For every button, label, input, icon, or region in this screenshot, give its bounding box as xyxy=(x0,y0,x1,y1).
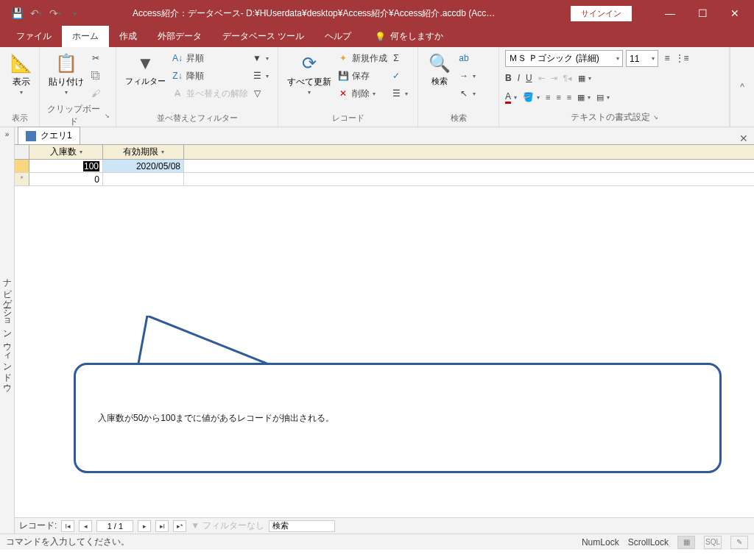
save-icon[interactable]: 💾 xyxy=(9,5,25,21)
refresh-all-button[interactable]: ⟳ すべて更新▾ xyxy=(284,50,334,99)
spell-icon: ✓ xyxy=(390,70,402,82)
navigation-pane[interactable]: » ナビゲーション ウィンドウ xyxy=(0,127,15,534)
italic-button[interactable]: I xyxy=(518,70,520,86)
close-button[interactable]: ✕ xyxy=(719,0,751,26)
rtl-button[interactable]: ¶◂ xyxy=(563,70,572,86)
goto-button[interactable]: →▾ xyxy=(458,68,476,84)
align-box-button[interactable]: ▦▾ xyxy=(578,70,591,86)
tell-me[interactable]: 💡何をしますか xyxy=(367,26,451,47)
sigma-icon: Σ xyxy=(390,52,402,64)
cut-button[interactable]: ✂ xyxy=(90,50,102,66)
dialog-launcher-icon[interactable]: ↘ xyxy=(653,114,658,121)
numbering-button[interactable]: ⋮≡ xyxy=(676,50,688,66)
totals-button[interactable]: Σ xyxy=(390,50,408,66)
ribbon: 📐 表示▾ 表示 📋 貼り付け▾ ✂ ⿻ 🖌 クリップボード ↘ ▼ フィルター xyxy=(0,47,754,127)
record-position-input[interactable] xyxy=(96,520,133,532)
ruler-pencil-icon: 📐 xyxy=(10,52,33,75)
more-records-button[interactable]: ☰▾ xyxy=(390,85,408,102)
prev-record-button[interactable]: ◂ xyxy=(79,520,92,532)
tab-help[interactable]: ヘルプ xyxy=(314,26,362,47)
row-selector[interactable] xyxy=(15,160,29,172)
filter-button[interactable]: ▼ フィルター xyxy=(122,50,169,88)
cell[interactable]: 0 xyxy=(29,173,103,185)
paste-button[interactable]: 📋 貼り付け▾ xyxy=(46,50,87,99)
collapse-ribbon-button[interactable]: ^ xyxy=(735,79,750,94)
indent-left-button[interactable]: ⇤ xyxy=(538,70,545,86)
column-header-入庫数[interactable]: 入庫数 ▾ xyxy=(29,145,103,159)
align-right-button[interactable]: ≡ xyxy=(567,89,571,105)
last-record-button[interactable]: ▸I xyxy=(155,520,169,532)
maximize-button[interactable]: ☐ xyxy=(686,0,719,26)
numlock-indicator: NumLock xyxy=(582,537,619,547)
font-color-button[interactable]: A▾ xyxy=(505,89,517,105)
clear-sort-icon: A̶ xyxy=(172,88,183,99)
save-record-button[interactable]: 💾保存 xyxy=(337,68,387,84)
redo-icon[interactable]: ↷▾ xyxy=(47,5,63,21)
annotation-callout: 入庫数が50から100までに値があるレコードが抽出される。 xyxy=(74,363,722,473)
tab-file[interactable]: ファイル xyxy=(6,26,62,47)
cell[interactable]: 2020/05/08 xyxy=(103,160,184,172)
alt-row-color-button[interactable]: ▤▾ xyxy=(596,89,610,105)
datasheet-view-button[interactable]: ▦ xyxy=(677,536,695,549)
spelling-button[interactable]: ✓ xyxy=(390,68,408,84)
font-family-combo[interactable]: ＭＳ Ｐゴシック (詳細)▾ xyxy=(505,50,623,67)
title-bar: 💾 ↶▾ ↷▾ ▾ Access紹介：データベース- D:¥HUserdata¥… xyxy=(0,0,754,26)
find-button[interactable]: 🔍 検索 xyxy=(424,50,455,88)
record-search-input[interactable] xyxy=(269,520,335,532)
view-button[interactable]: 📐 表示▾ xyxy=(6,50,37,99)
replace-button[interactable]: ab xyxy=(458,50,476,66)
bullets-button[interactable]: ≡ xyxy=(661,50,673,66)
tab-database-tools[interactable]: データベース ツール xyxy=(212,26,314,47)
cell[interactable] xyxy=(103,173,184,185)
qat-customize-icon[interactable]: ▾ xyxy=(66,5,82,21)
dialog-launcher-icon[interactable]: ↘ xyxy=(105,113,110,119)
delete-record-button[interactable]: ✕削除 ▾ xyxy=(337,85,387,102)
font-size-combo[interactable]: 11▾ xyxy=(626,50,658,67)
select-button[interactable]: ↖▾ xyxy=(458,85,476,102)
sql-view-button[interactable]: SQL xyxy=(704,536,722,549)
fill-color-button[interactable]: 🪣▾ xyxy=(523,89,540,105)
sort-desc-button[interactable]: Z↓降順 xyxy=(172,68,248,84)
minimize-button[interactable]: — xyxy=(654,0,686,26)
tab-query1[interactable]: クエリ1 xyxy=(18,127,80,144)
new-record-button[interactable]: ✦新規作成 xyxy=(337,50,387,66)
row-selector-new[interactable]: * xyxy=(15,173,29,185)
tab-external-data[interactable]: 外部データ xyxy=(147,26,212,47)
cursor-icon: ↖ xyxy=(458,88,470,99)
group-sortfilter-label: 並べ替えとフィルター xyxy=(122,111,272,127)
tab-home[interactable]: ホーム xyxy=(62,26,109,47)
close-tab-button[interactable]: ✕ xyxy=(733,132,754,144)
signin-button[interactable]: サインイン xyxy=(571,6,632,21)
align-center-button[interactable]: ≡ xyxy=(556,89,560,105)
advanced-filter-button[interactable]: ☰▾ xyxy=(251,68,269,84)
lightbulb-icon: 💡 xyxy=(375,32,386,42)
delete-icon: ✕ xyxy=(337,88,349,99)
next-record-button[interactable]: ▸ xyxy=(138,520,151,532)
column-header-有効期限[interactable]: 有効期限 ▾ xyxy=(103,145,184,159)
format-painter-button[interactable]: 🖌 xyxy=(90,85,102,102)
align-left-button[interactable]: ≡ xyxy=(546,89,550,105)
toggle-filter-button[interactable]: ▽ xyxy=(251,85,269,102)
window-title: Access紹介：データベース- D:¥HUserdata¥desktop¥Ac… xyxy=(88,7,571,20)
sort-asc-button[interactable]: A↓昇順 xyxy=(172,50,248,66)
record-navigator: レコード: I◂ ◂ ▸ ▸I ▸* ▼ フィルターなし xyxy=(15,517,754,534)
underline-button[interactable]: U xyxy=(526,70,532,86)
select-all-corner[interactable] xyxy=(15,145,29,159)
new-icon: ✦ xyxy=(337,52,349,64)
expand-icon[interactable]: » xyxy=(5,130,10,138)
copy-button[interactable]: ⿻ xyxy=(90,68,102,84)
filter-status: ▼ フィルターなし xyxy=(191,520,264,532)
copy-icon: ⿻ xyxy=(90,70,102,82)
cell[interactable]: 100 xyxy=(29,160,103,172)
selection-filter-button[interactable]: ▼▾ xyxy=(251,50,269,66)
tab-create[interactable]: 作成 xyxy=(109,26,147,47)
clear-sort-button[interactable]: A̶並べ替えの解除 xyxy=(172,85,248,102)
design-view-button[interactable]: ✎ xyxy=(730,536,748,549)
gridlines-button[interactable]: ▦▾ xyxy=(577,89,591,105)
bold-button[interactable]: B xyxy=(505,70,512,86)
indent-right-button[interactable]: ⇥ xyxy=(551,70,557,86)
first-record-button[interactable]: I◂ xyxy=(61,520,74,532)
new-record-nav-button[interactable]: ▸* xyxy=(173,520,186,532)
undo-icon[interactable]: ↶▾ xyxy=(28,5,44,21)
bullets-icon: ≡ xyxy=(661,52,673,64)
